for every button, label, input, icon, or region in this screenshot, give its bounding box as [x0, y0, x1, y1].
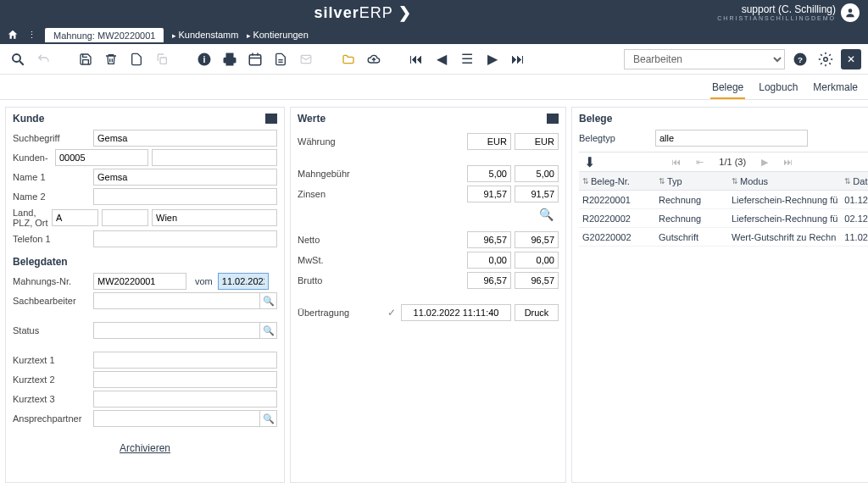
grid-next-icon[interactable]: ▶: [761, 157, 768, 168]
netto1-input[interactable]: [467, 231, 511, 248]
svg-point-0: [849, 8, 853, 13]
tab-logbuch[interactable]: Logbuch: [757, 78, 799, 99]
name1-input[interactable]: [93, 169, 277, 186]
panel-layout-icon[interactable]: [547, 114, 559, 124]
breadcrumb-tab[interactable]: Mahnung: MW20220001: [45, 28, 164, 42]
table-row[interactable]: R20220002RechnungLieferschein-Rechnung f…: [579, 209, 868, 228]
kundennr-input[interactable]: [55, 149, 148, 166]
sachbearbeiter-input[interactable]: [93, 292, 260, 309]
folder-icon[interactable]: [337, 48, 359, 70]
brutto1-input[interactable]: [467, 272, 511, 289]
ansprechpartner-input[interactable]: [93, 410, 260, 427]
archivieren-link[interactable]: Archivieren: [120, 442, 170, 454]
table-row[interactable]: G20220002GutschriftWert-Gutschrift zu Re…: [579, 228, 868, 247]
belegtyp-input[interactable]: [655, 130, 808, 147]
vom-input[interactable]: [218, 273, 269, 290]
grid-last-icon[interactable]: ⏭: [783, 157, 793, 167]
grid-settings-icon[interactable]: ✿: [864, 157, 868, 168]
copy-icon[interactable]: [151, 48, 173, 70]
brutto2-input[interactable]: [515, 272, 559, 289]
section-belegdaten: Belegdaten: [13, 256, 277, 268]
waehrung2-input[interactable]: [515, 133, 559, 150]
uebertragung-check[interactable]: ✓: [387, 307, 396, 319]
search-icon[interactable]: 🔍: [260, 322, 277, 339]
nav-last-icon[interactable]: ⏭: [507, 48, 529, 70]
nav-first-icon[interactable]: ⏮: [405, 48, 427, 70]
mwst1-input[interactable]: [467, 252, 511, 269]
panel-layout-icon[interactable]: [265, 114, 277, 124]
close-icon[interactable]: ✕: [841, 49, 861, 69]
svg-point-15: [824, 57, 828, 61]
name2-input[interactable]: [93, 188, 277, 205]
kurztext3-input[interactable]: [93, 391, 277, 408]
app-logo: silverERP ❯: [8, 3, 717, 22]
save-icon[interactable]: [75, 48, 97, 70]
tab-merkmale[interactable]: Merkmale: [811, 78, 860, 99]
tab-belege[interactable]: Belege: [710, 78, 745, 99]
plz-input[interactable]: [102, 209, 148, 226]
breadcrumb-item[interactable]: Kontierungen: [247, 30, 308, 40]
calendar-icon[interactable]: [244, 48, 266, 70]
search-icon[interactable]: 🔍: [260, 410, 277, 427]
land-input[interactable]: [52, 209, 98, 226]
grid-first-icon[interactable]: ⏮: [671, 157, 681, 167]
undo-icon[interactable]: [32, 48, 54, 70]
nav-prev-icon[interactable]: ◀: [431, 48, 453, 70]
menu-icon[interactable]: ⋮: [27, 30, 36, 41]
svg-line-2: [19, 61, 24, 65]
zinsen1-input[interactable]: [467, 186, 511, 202]
kurztext1-input[interactable]: [93, 352, 277, 369]
ort-input[interactable]: [152, 209, 277, 226]
delete-icon[interactable]: [100, 48, 122, 70]
mwst2-input[interactable]: [515, 252, 559, 269]
grid-pager: 1/1 (3): [719, 157, 746, 167]
new-icon[interactable]: [125, 48, 147, 70]
mode-select[interactable]: Bearbeiten: [624, 49, 785, 69]
status-input[interactable]: [93, 322, 260, 339]
zinsen2-input[interactable]: [515, 186, 559, 202]
search-icon[interactable]: [7, 48, 29, 70]
kurztext2-input[interactable]: [93, 371, 277, 388]
col-modus[interactable]: ⇅Modus: [728, 176, 841, 186]
uebertragung-modus-input[interactable]: [515, 304, 559, 321]
mahngebuehr1-input[interactable]: [467, 165, 511, 182]
panel-title-belege: Belege: [579, 113, 868, 125]
svg-text:i: i: [203, 53, 206, 64]
nav-list-icon[interactable]: ☰: [456, 48, 478, 70]
help-icon[interactable]: ?: [790, 49, 810, 69]
netto2-input[interactable]: [515, 231, 559, 248]
table-row[interactable]: R20220001RechnungLieferschein-Rechnung f…: [579, 191, 868, 209]
print-icon[interactable]: [219, 48, 241, 70]
svg-text:?: ?: [798, 54, 803, 64]
settings-icon[interactable]: [815, 49, 836, 69]
search-icon[interactable]: 🔍: [260, 292, 277, 309]
info-icon[interactable]: i: [193, 48, 215, 70]
svg-rect-6: [249, 54, 261, 64]
waehrung1-input[interactable]: [467, 133, 511, 150]
mahngebuehr2-input[interactable]: [515, 165, 559, 182]
svg-rect-3: [160, 58, 166, 64]
zoom-icon[interactable]: 🔍: [298, 206, 559, 223]
panel-title-werte: Werte: [298, 113, 547, 125]
breadcrumb-item[interactable]: Kundenstamm: [172, 30, 238, 40]
cloud-upload-icon[interactable]: [363, 48, 385, 70]
suchbegriff-input[interactable]: [93, 130, 277, 147]
document-icon[interactable]: [270, 48, 292, 70]
mail-icon[interactable]: [295, 48, 317, 70]
svg-point-1: [13, 54, 20, 62]
kundennr2-input[interactable]: [152, 149, 277, 166]
col-belegnr[interactable]: ⇅Beleg-Nr.: [579, 176, 655, 186]
home-icon[interactable]: [7, 29, 19, 41]
avatar-icon: [841, 3, 860, 22]
user-menu[interactable]: support (C. Schilling) CHRISTIANSCHILLIN…: [717, 3, 860, 22]
uebertragung-datum-input[interactable]: [401, 304, 511, 321]
panel-title-kunde: Kunde: [13, 113, 265, 125]
col-typ[interactable]: ⇅Typ: [655, 176, 728, 186]
telefon-input[interactable]: [93, 230, 277, 247]
grid-prev-icon[interactable]: ⇤: [696, 157, 704, 168]
col-datum[interactable]: ⇅Datum: [841, 176, 868, 186]
nav-next-icon[interactable]: ▶: [481, 48, 504, 70]
download-icon[interactable]: ⬇: [579, 154, 600, 170]
mahnungsnr-input[interactable]: [93, 273, 186, 290]
